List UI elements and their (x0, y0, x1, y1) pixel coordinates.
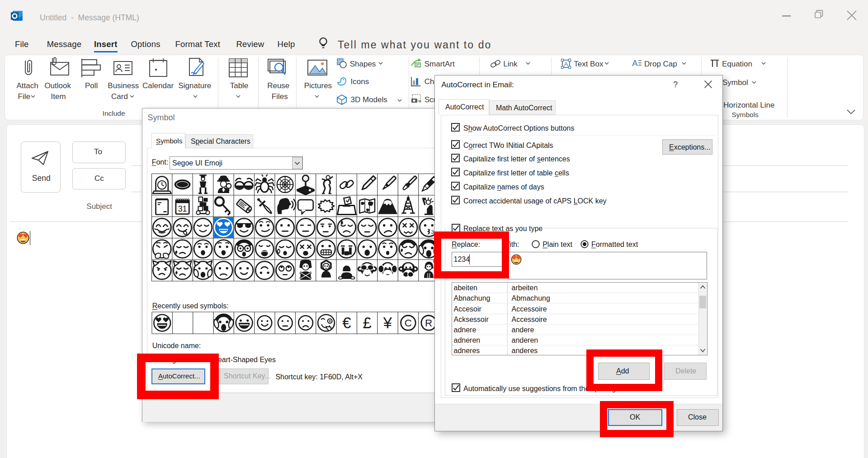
svg-text:¥: ¥ (383, 314, 392, 331)
svg-text:€: € (342, 314, 351, 331)
svg-text:R: R (425, 317, 432, 329)
svg-text:C: C (405, 317, 412, 329)
svg-text:£: £ (363, 314, 372, 331)
